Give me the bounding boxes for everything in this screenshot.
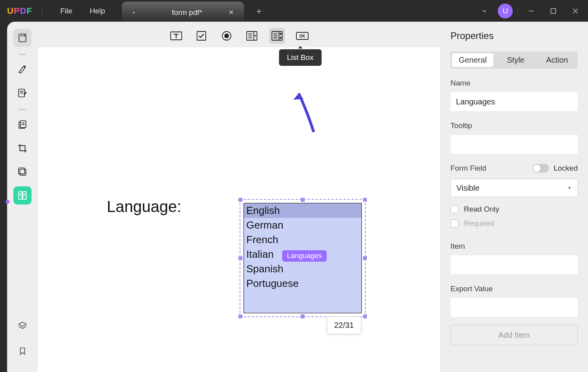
properties-tabs: General Style Action <box>450 52 578 69</box>
item-label: Item <box>450 242 578 251</box>
menu-help[interactable]: Help <box>81 7 114 15</box>
properties-title: Properties <box>450 30 578 41</box>
separator <box>42 7 42 15</box>
dropdown-tool[interactable] <box>244 28 260 44</box>
required-checkbox[interactable]: Required <box>450 219 578 228</box>
new-tab-button[interactable]: ＋ <box>251 3 267 19</box>
checkbox-tool[interactable] <box>194 28 209 44</box>
svg-rect-13 <box>19 168 24 174</box>
user-avatar[interactable]: U <box>498 4 513 19</box>
listbox-tool[interactable] <box>269 28 285 44</box>
list-item[interactable]: Spanish <box>244 262 361 276</box>
watermark-tool[interactable] <box>13 163 32 181</box>
resize-handle[interactable] <box>363 314 367 318</box>
separator <box>19 109 26 110</box>
svg-text:OK: OK <box>299 34 305 38</box>
tab-close-icon[interactable]: ✕ <box>226 7 237 18</box>
separator <box>517 7 518 15</box>
document-tab[interactable]: ▾ form pdf* ✕ <box>122 2 244 23</box>
resize-handle[interactable] <box>238 256 242 260</box>
export-value-input[interactable] <box>450 298 578 317</box>
visibility-select[interactable]: Visible▼ <box>450 179 578 197</box>
separator <box>19 54 26 55</box>
page-indicator[interactable]: 22/31 <box>327 316 361 334</box>
locked-toggle[interactable] <box>532 164 549 173</box>
menu-file[interactable]: File <box>52 7 81 15</box>
crop-tool[interactable] <box>13 139 32 157</box>
svg-rect-4 <box>19 34 26 42</box>
name-input[interactable] <box>450 92 578 111</box>
svg-marker-39 <box>293 93 303 100</box>
tab-title: form pdf* <box>160 8 214 17</box>
window-close-button[interactable] <box>567 2 584 20</box>
name-label: Name <box>450 79 578 87</box>
bookmark-tool[interactable] <box>13 342 32 360</box>
properties-panel: Properties General Style Action Name Too… <box>440 22 588 372</box>
highlight-tool[interactable] <box>13 60 32 78</box>
form-field-toolbar: OK <box>160 22 318 49</box>
list-item[interactable]: English <box>244 203 361 218</box>
svg-point-36 <box>280 37 281 39</box>
window-minimize-button[interactable] <box>523 2 540 20</box>
locked-label: Locked <box>554 164 578 173</box>
document-page[interactable]: Language: English German French Italian … <box>38 47 440 372</box>
left-toolbar <box>7 22 38 372</box>
svg-rect-12 <box>20 169 26 175</box>
canvas-area: Language: English German French Italian … <box>38 22 440 372</box>
listbox-field-selected[interactable]: English German French Italian Spanish Po… <box>240 199 366 317</box>
tab-dropdown-icon[interactable]: ▾ <box>131 10 137 15</box>
tab-style[interactable]: Style <box>495 52 536 69</box>
field-name-tag: Languages <box>282 250 327 262</box>
readonly-checkbox[interactable]: Read Only <box>450 205 578 214</box>
window-maximize-button[interactable] <box>545 2 562 20</box>
checkbox-icon <box>450 219 458 227</box>
active-indicator-dot <box>6 200 9 204</box>
tooltip-input[interactable] <box>450 135 578 154</box>
reader-tool[interactable] <box>13 29 32 47</box>
add-item-button[interactable]: Add Item <box>450 325 578 345</box>
organize-pages-tool[interactable] <box>13 115 32 134</box>
recent-dropdown-icon[interactable] <box>476 2 493 20</box>
svg-point-24 <box>225 34 229 38</box>
resize-handle[interactable] <box>301 198 305 202</box>
app-logo: UPDF <box>7 6 32 16</box>
tooltip-listbox: List Box <box>279 49 322 66</box>
text-field-tool[interactable] <box>168 28 184 44</box>
workspace: Language: English German French Italian … <box>7 22 588 372</box>
tooltip-label: Tooltip <box>450 121 578 130</box>
resize-handle[interactable] <box>301 314 305 318</box>
form-tool[interactable] <box>13 186 32 205</box>
tab-general[interactable]: General <box>452 53 493 67</box>
list-item[interactable]: German <box>244 218 361 232</box>
resize-handle[interactable] <box>238 198 242 202</box>
annotation-arrow-icon <box>292 89 319 136</box>
list-item[interactable]: Portuguese <box>244 276 361 291</box>
item-input[interactable] <box>450 255 578 274</box>
button-tool[interactable]: OK <box>294 28 310 44</box>
chevron-down-icon: ▼ <box>567 185 572 191</box>
tab-action[interactable]: Action <box>536 52 578 69</box>
edit-tool[interactable] <box>13 84 32 102</box>
resize-handle[interactable] <box>363 198 367 202</box>
svg-marker-20 <box>19 322 26 326</box>
formfield-label: Form Field <box>450 164 486 173</box>
resize-handle[interactable] <box>363 256 367 260</box>
export-value-label: Export Value <box>450 285 578 293</box>
svg-rect-1 <box>551 9 556 13</box>
resize-handle[interactable] <box>238 314 242 318</box>
checkbox-icon <box>450 205 458 213</box>
svg-point-35 <box>280 33 281 35</box>
layers-tool[interactable] <box>13 317 32 335</box>
list-item[interactable]: French <box>244 232 361 247</box>
titlebar: UPDF File Help ▾ form pdf* ✕ ＋ U <box>0 0 588 22</box>
svg-rect-9 <box>20 121 26 127</box>
radio-button-tool[interactable] <box>219 28 234 44</box>
field-label-language: Language: <box>107 198 181 216</box>
